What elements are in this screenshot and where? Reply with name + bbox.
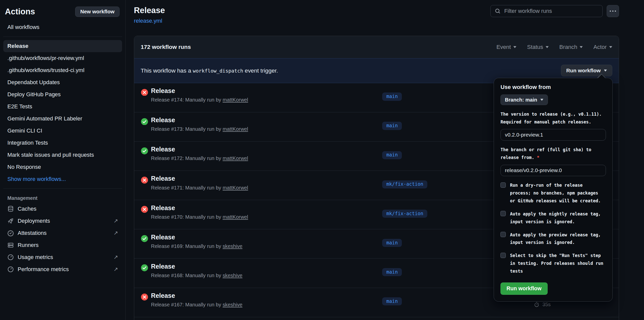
sidebar-item-attestations[interactable]: Attestations ↗ [3, 227, 122, 239]
filter-branch-dropdown[interactable]: Branch [559, 44, 583, 50]
workflow-options-kebab-button[interactable] [607, 5, 619, 17]
preview-tag-checkbox[interactable] [500, 232, 506, 237]
sidebar-divider [3, 188, 122, 189]
chevron-down-icon [540, 99, 543, 101]
sidebar-item-performance-metrics[interactable]: Performance metrics ↗ [3, 263, 122, 275]
run-description: Release #174: Manually run by mattKorwel [151, 97, 248, 103]
run-title[interactable]: Release [151, 116, 175, 124]
banner-text: This workflow has a workflow_dispatch ev… [141, 67, 278, 74]
filter-event-dropdown[interactable]: Event [496, 44, 516, 50]
actor-link[interactable]: mattKorwel [222, 214, 248, 220]
run-status-icon [141, 118, 148, 125]
actor-link[interactable]: mattKorwel [222, 97, 248, 103]
workflow-file-link[interactable]: release.yml [134, 18, 162, 24]
branch-badge[interactable]: mk/fix-action [382, 180, 427, 188]
run-status-icon [141, 294, 148, 301]
filter-actor-dropdown[interactable]: Actor [594, 44, 612, 50]
actor-link[interactable]: mattKorwel [222, 155, 248, 161]
sidebar-item-mark-stale[interactable]: Mark stale issues and pull requests [3, 149, 122, 161]
sidebar-title: Actions [5, 7, 35, 16]
filter-workflow-runs-field [490, 5, 603, 17]
actor-link[interactable]: mattKorwel [222, 185, 248, 190]
page-title: Release [134, 6, 165, 15]
sidebar-item-gemini-pr-labeler[interactable]: Gemini Automated PR Labeler [3, 113, 122, 125]
chevron-down-icon [546, 46, 549, 48]
external-link-icon: ↗ [114, 254, 118, 260]
sidebar-item-all-workflows[interactable]: All workflows [3, 21, 122, 33]
preview-tag-checkbox-row: Auto apply the preview release tag, inpu… [500, 231, 606, 247]
sidebar-item-e2e-tests[interactable]: E2E Tests [3, 101, 122, 113]
run-status-icon [141, 147, 148, 154]
actor-link[interactable]: skeshive [222, 302, 242, 307]
filter-status-dropdown[interactable]: Status [527, 44, 548, 50]
actor-link[interactable]: mattKorwel [222, 126, 248, 132]
sidebar-item-dependabot-updates[interactable]: Dependabot Updates [3, 76, 122, 88]
meter-icon [7, 254, 14, 261]
branch-badge[interactable]: main [382, 239, 402, 247]
nightly-tag-checkbox[interactable] [500, 211, 506, 216]
run-description: Release #173: Manually run by mattKorwel [151, 126, 248, 132]
check-circle-icon [141, 264, 148, 271]
database-icon [7, 206, 14, 212]
sidebar-divider [3, 37, 122, 37]
run-title[interactable]: Release [151, 175, 175, 182]
chevron-down-icon [604, 70, 607, 72]
run-description: Release #172: Manually run by mattKorwel [151, 155, 248, 161]
run-title[interactable]: Release [151, 263, 175, 270]
run-description: Release #170: Manually run by mattKorwel [151, 214, 248, 220]
workflow-run-count: 172 workflow runs [141, 44, 191, 50]
sidebar-item-integration-tests[interactable]: Integration Tests [3, 137, 122, 149]
show-more-workflows-link[interactable]: Show more workflows... [3, 173, 122, 185]
sidebar-item-pr-review[interactable]: .github/workflows/pr-review.yml [3, 52, 122, 64]
branch-badge[interactable]: main [382, 122, 402, 130]
branch-badge[interactable]: main [382, 297, 402, 305]
filter-workflow-runs-input[interactable] [504, 8, 598, 14]
run-filters: Event Status Branch Actor [496, 44, 612, 50]
rocket-icon [7, 218, 14, 224]
sidebar-item-usage-metrics[interactable]: Usage metrics ↗ [3, 251, 122, 263]
sidebar-item-runners[interactable]: Runners [3, 239, 122, 251]
check-circle-icon [141, 235, 148, 242]
run-status-icon [141, 264, 148, 271]
server-icon [7, 242, 14, 248]
chevron-down-icon [609, 46, 612, 48]
branch-badge[interactable]: main [382, 92, 402, 101]
popover-title: Use workflow from [500, 84, 606, 90]
sidebar-item-release[interactable]: Release [3, 40, 122, 52]
branch-badge[interactable]: main [382, 268, 402, 276]
run-title[interactable]: Release [151, 292, 175, 299]
sidebar-item-trusted-ci[interactable]: .github/workflows/trusted-ci.yml [3, 64, 122, 76]
sidebar-item-deployments[interactable]: Deployments ↗ [3, 215, 122, 227]
sidebar-item-caches[interactable]: Caches [3, 203, 122, 215]
workflow-dispatch-code: workflow_dispatch [193, 68, 243, 74]
sidebar-item-no-response[interactable]: No Response [3, 161, 122, 173]
actor-link[interactable]: skeshive [222, 243, 242, 249]
management-section-label: Management [0, 192, 125, 203]
external-link-icon: ↗ [114, 230, 118, 236]
sidebar-item-gemini-cli-ci[interactable]: Gemini CLI CI [3, 125, 122, 137]
version-field-label: The version to release (e.g., v0.1.11). … [500, 110, 606, 126]
run-title[interactable]: Release [151, 234, 175, 241]
branch-badge[interactable]: mk/fix-action [382, 210, 427, 218]
run-workflow-submit-button[interactable]: Run workflow [500, 282, 547, 295]
checkbox-label: Auto apply the nightly release tag, inpu… [510, 210, 605, 226]
run-title[interactable]: Release [151, 87, 175, 94]
actor-link[interactable]: skeshive [222, 273, 242, 278]
dry-run-checkbox[interactable] [500, 182, 506, 188]
run-title[interactable]: Release [151, 204, 175, 212]
run-status-icon [141, 177, 148, 184]
sidebar-item-deploy-github-pages[interactable]: Deploy GitHub Pages [3, 88, 122, 101]
sidebar-item-label: Usage metrics [18, 254, 53, 261]
version-input[interactable] [500, 129, 606, 141]
branch-badge[interactable]: main [382, 151, 402, 159]
branch-selector-button[interactable]: Branch: main [500, 94, 548, 105]
search-icon [495, 8, 501, 14]
ref-input[interactable] [500, 165, 606, 176]
run-description: Release #171: Manually run by mattKorwel [151, 185, 248, 191]
external-link-icon: ↗ [114, 218, 118, 224]
new-workflow-button[interactable]: New workflow [75, 7, 120, 17]
skip-tests-checkbox[interactable] [500, 253, 506, 258]
meter-icon [7, 266, 14, 273]
run-title[interactable]: Release [151, 146, 175, 153]
runs-card-header: 172 workflow runs Event Status Branch Ac… [134, 36, 619, 58]
